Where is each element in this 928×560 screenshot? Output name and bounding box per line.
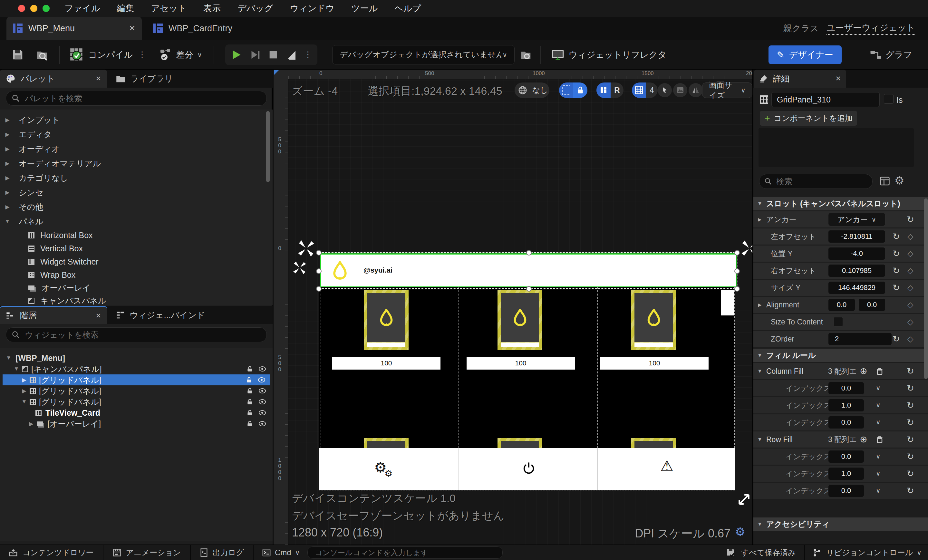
bind-diamond-icon[interactable]: ◇ [907,266,913,275]
add-element-icon[interactable]: ⊕ [860,366,867,376]
tab-widget-bind[interactable]: ウィジェ...バインド [111,306,210,324]
tree-row-grid-panel[interactable]: ▶ [グリッドパネル] [0,385,273,396]
palette-item-overlay[interactable]: オーバーレイ [28,281,90,294]
palette-category[interactable]: ▶オーディオ [3,142,60,155]
card-tile-partial[interactable] [498,438,542,448]
tab-wbp-cardentry[interactable]: ♥ WBP_CardEntry [147,17,239,40]
selected-header-widget[interactable]: @syui.ai [320,254,737,287]
is-variable-checkbox[interactable] [884,94,893,104]
debug-object-dropdown[interactable]: デバッグオブジェクトが選択されていません ∨ [332,45,514,64]
tree-row-tileview-card[interactable]: TileView_Card [0,407,273,418]
resize-handle[interactable] [316,269,322,274]
tab-hierarchy[interactable]: 階層 ✕ [0,306,107,324]
lock-icon[interactable] [246,365,253,372]
chevron-down-icon[interactable]: ∨ [876,418,881,426]
tree-row-canvas-panel[interactable]: ▼ [キャンバスパネル] [0,363,273,374]
reset-icon[interactable]: ↺ [893,231,900,242]
fill-value-input[interactable]: 1.0 [828,399,864,412]
fill-rules-section-header[interactable]: ▼ フィル ルール [753,349,928,362]
chevron-down-icon[interactable]: ▼ [753,436,766,443]
traffic-light-zoom[interactable] [43,5,50,12]
lock-icon[interactable] [246,398,253,405]
reset-icon[interactable]: ↺ [907,485,914,496]
close-icon[interactable]: ✕ [95,75,101,82]
menu-help[interactable]: ヘルプ [394,3,421,14]
chevron-down-icon[interactable]: ∨ [876,401,881,409]
output-log-button[interactable]: 出力ログ [200,548,244,558]
display-filter-icon[interactable] [880,176,890,186]
tree-row-grid-panel[interactable]: ▼ [グリッドパネル] [0,396,273,407]
widget-reflector-button[interactable]: ウィジェットリフレクタ [551,48,667,61]
clip-lock-toggle[interactable] [559,82,588,98]
resize-handle[interactable] [734,269,740,274]
card-tile[interactable] [631,290,676,350]
animation-button[interactable]: アニメーション [113,548,181,558]
palette-category[interactable]: ▶エディタ [3,128,52,141]
add-component-button[interactable]: + コンポーネントを追加 [760,111,857,126]
tree-row-grid-panel-selected[interactable]: ▶ [グリッドパネル] [3,374,270,385]
play-options-icon[interactable]: ⋮ [304,50,312,60]
power-icon[interactable] [522,461,536,475]
traffic-light-minimize[interactable] [30,5,37,12]
palette-item-widget-switcher[interactable]: Widget Switcher [28,255,99,268]
resize-arrows-icon[interactable] [292,260,307,275]
browse-asset-button[interactable] [35,48,48,61]
card-tile[interactable] [498,290,542,350]
palette-item-canvas-panel[interactable]: キャンバスパネル [28,294,106,307]
bind-diamond-icon[interactable]: ◇ [907,334,913,343]
chevron-right-icon[interactable]: ▶ [20,377,28,383]
reset-icon[interactable]: ↺ [907,417,914,427]
palette-category[interactable]: ▶シンセ [3,186,44,199]
alignment-x-input[interactable]: 0.0 [828,298,855,311]
traffic-light-close[interactable] [18,5,25,12]
menu-file[interactable]: ファイル [64,3,100,14]
lock-icon[interactable] [246,376,253,383]
add-element-icon[interactable]: ⊕ [860,434,867,445]
play-icon[interactable] [230,49,242,61]
object-name-field[interactable]: GridPanel_310 [771,92,880,107]
chevron-right-icon[interactable]: ▶ [753,302,766,307]
reset-icon[interactable]: ↺ [893,249,900,259]
tileview-scrollbar[interactable] [721,290,734,316]
tree-row-wbp-menu[interactable]: ▼ [WBP_Menu] [0,352,273,363]
palette-category[interactable]: ▶その他 [3,200,43,213]
palette-item-horizontal-box[interactable]: Horizontal Box [28,229,93,242]
chevron-right-icon[interactable]: ▶ [27,421,35,427]
tab-wbp-menu[interactable]: ♥ WBP_Menu ✕ [6,17,142,40]
lock-icon[interactable] [246,420,253,427]
tab-palette[interactable]: パレット ✕ [0,70,107,88]
fill-value-input[interactable]: 0.0 [828,450,864,463]
preview-background-button[interactable] [673,83,687,97]
dpi-settings-gear-icon[interactable]: ⚙ [735,525,745,539]
menu-tools[interactable]: ツール [351,3,378,14]
console-input-box[interactable] [307,546,503,559]
lock-icon[interactable] [246,409,253,416]
save-status-button[interactable]: すべて保存済み [726,548,795,558]
revision-control-dropdown[interactable]: リビジョンコントロール ∨ [813,548,922,558]
reset-icon[interactable]: ↺ [893,334,900,344]
chevron-down-icon[interactable]: ∨ [876,384,881,392]
graph-mode-button[interactable]: グラフ [870,46,912,64]
flip-preview-button[interactable] [688,83,703,97]
chevron-right-icon[interactable]: ▶ [20,388,28,394]
palette-item-wrap-box[interactable]: Wrap Box [28,269,75,281]
reset-icon[interactable]: ↺ [907,400,914,410]
trash-icon[interactable] [875,435,884,444]
size-y-input[interactable]: 146.449829 [828,281,885,294]
palette-category[interactable]: ▶カテゴリなし [3,171,68,184]
parent-class-link[interactable]: ユーザーウィジェット [826,22,915,35]
menu-edit[interactable]: 編集 [117,3,134,14]
bind-diamond-icon[interactable]: ◇ [907,300,913,309]
eye-icon[interactable] [258,388,266,394]
grid-snap-toggle[interactable]: 4 [632,82,658,98]
resize-handle[interactable] [526,250,532,255]
chevron-down-icon[interactable]: ▼ [5,355,13,361]
eye-icon[interactable] [258,410,266,416]
console-input[interactable] [314,548,496,557]
chevron-down-icon[interactable]: ∨ [876,470,881,477]
details-scrollbar[interactable] [924,198,928,379]
resize-handle[interactable] [316,250,322,255]
bind-diamond-icon[interactable]: ◇ [907,317,913,327]
menu-asset[interactable]: アセット [151,3,187,14]
tab-close-icon[interactable]: ✕ [129,24,135,33]
